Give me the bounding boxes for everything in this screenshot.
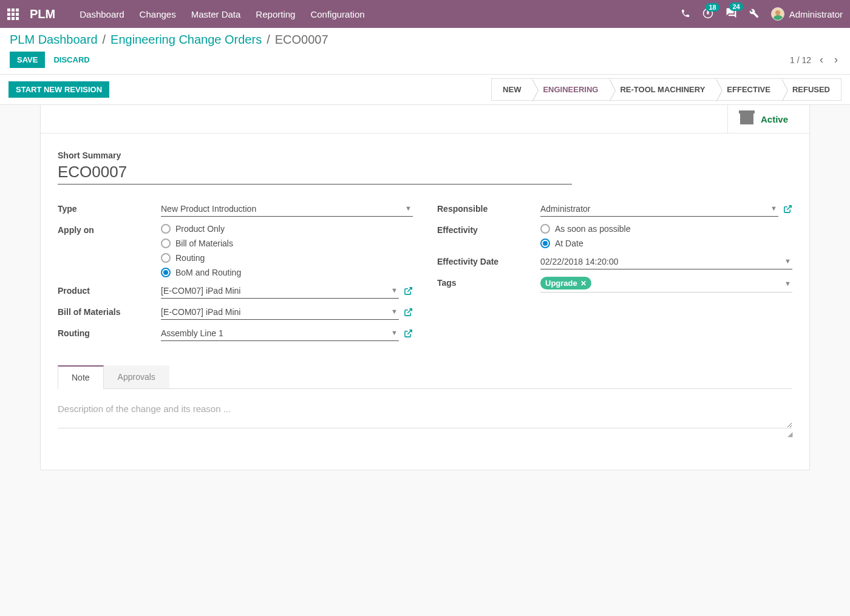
start-revision-button[interactable]: START NEW REVISION bbox=[8, 81, 109, 98]
apps-icon[interactable] bbox=[7, 8, 19, 20]
pager: 1 / 12 ‹ › bbox=[790, 53, 840, 66]
stage-new[interactable]: NEW bbox=[491, 78, 532, 101]
stage-engineering[interactable]: ENGINEERING bbox=[532, 78, 609, 101]
type-input[interactable] bbox=[161, 201, 413, 217]
chat-badge: 24 bbox=[729, 2, 743, 11]
stage-retool[interactable]: RE-TOOL MACHINERY bbox=[609, 78, 716, 101]
stage-refused[interactable]: REFUSED bbox=[781, 78, 841, 101]
stage-effective[interactable]: EFFECTIVE bbox=[716, 78, 781, 101]
chat-icon[interactable]: 24 bbox=[726, 7, 737, 21]
tabs: Note Approvals bbox=[58, 365, 792, 389]
external-link-icon[interactable] bbox=[404, 286, 413, 296]
product-input[interactable] bbox=[161, 283, 399, 299]
effectivity-label: Effectivity bbox=[437, 223, 540, 235]
user-menu[interactable]: Administrator bbox=[771, 7, 843, 21]
breadcrumb-current: ECO0007 bbox=[275, 33, 328, 47]
summary-label: Short Summary bbox=[58, 151, 792, 160]
breadcrumb-parent[interactable]: Engineering Change Orders bbox=[110, 33, 262, 47]
resize-handle-icon[interactable]: ◢ bbox=[58, 430, 792, 438]
statusbar-row: START NEW REVISION NEW ENGINEERING RE-TO… bbox=[0, 75, 850, 105]
external-link-icon[interactable] bbox=[783, 205, 792, 214]
active-label: Active bbox=[761, 114, 788, 124]
routing-input[interactable] bbox=[161, 326, 399, 341]
activity-icon[interactable]: 18 bbox=[702, 8, 713, 21]
nav-master-data[interactable]: Master Data bbox=[191, 9, 241, 19]
routing-label: Routing bbox=[58, 326, 161, 338]
avatar bbox=[771, 7, 784, 21]
radio-product-only[interactable]: Product Only bbox=[161, 224, 413, 234]
apply-on-label: Apply on bbox=[58, 223, 161, 235]
radio-at-date[interactable]: At Date bbox=[540, 239, 792, 248]
caret-icon: ▼ bbox=[784, 280, 791, 287]
statusbar: NEW ENGINEERING RE-TOOL MACHINERY EFFECT… bbox=[491, 78, 841, 101]
phone-icon[interactable] bbox=[681, 8, 690, 20]
nav-items: Dashboard Changes Master Data Reporting … bbox=[80, 9, 364, 19]
nav-changes[interactable]: Changes bbox=[140, 9, 176, 19]
effectivity-date-label: Effectivity Date bbox=[437, 254, 540, 266]
effectivity-date-input[interactable] bbox=[540, 254, 792, 269]
tab-content-note: ◢ bbox=[58, 389, 792, 462]
navbar: PLM Dashboard Changes Master Data Report… bbox=[0, 0, 850, 28]
save-button[interactable]: SAVE bbox=[10, 52, 45, 68]
control-panel: PLM Dashboard / Engineering Change Order… bbox=[0, 28, 850, 75]
breadcrumb-root[interactable]: PLM Dashboard bbox=[10, 33, 98, 47]
tag-remove-icon[interactable]: ✕ bbox=[580, 279, 586, 288]
type-label: Type bbox=[58, 201, 161, 214]
tools-icon[interactable] bbox=[749, 8, 759, 20]
radio-asap[interactable]: As soon as possible bbox=[540, 224, 792, 234]
note-textarea[interactable] bbox=[58, 400, 792, 428]
active-stat-button[interactable]: Active bbox=[727, 105, 809, 133]
nav-dashboard[interactable]: Dashboard bbox=[80, 9, 124, 19]
pager-text[interactable]: 1 / 12 bbox=[790, 55, 811, 65]
bom-label: Bill of Materials bbox=[58, 305, 161, 317]
nav-configuration[interactable]: Configuration bbox=[310, 9, 364, 19]
pager-prev-icon[interactable]: ‹ bbox=[817, 53, 826, 66]
radio-routing[interactable]: Routing bbox=[161, 253, 413, 263]
bom-input[interactable] bbox=[161, 305, 399, 320]
apply-on-group: Product Only Bill of Materials Routing B… bbox=[161, 223, 413, 277]
summary-input[interactable] bbox=[58, 161, 572, 184]
responsible-label: Responsible bbox=[437, 201, 540, 214]
button-box: Active bbox=[41, 105, 809, 134]
effectivity-group: As soon as possible At Date bbox=[540, 223, 792, 248]
pager-next-icon[interactable]: › bbox=[832, 53, 840, 66]
tags-label: Tags bbox=[437, 276, 540, 288]
radio-bom-routing[interactable]: BoM and Routing bbox=[161, 268, 413, 277]
radio-bom[interactable]: Bill of Materials bbox=[161, 239, 413, 248]
tab-note[interactable]: Note bbox=[58, 365, 104, 389]
external-link-icon[interactable] bbox=[404, 329, 413, 338]
responsible-input[interactable] bbox=[540, 201, 778, 217]
tags-input[interactable]: Upgrade✕ ▼ bbox=[540, 276, 792, 293]
nav-reporting[interactable]: Reporting bbox=[256, 9, 295, 19]
discard-button[interactable]: DISCARD bbox=[53, 55, 89, 64]
external-link-icon[interactable] bbox=[404, 308, 413, 317]
archive-icon bbox=[740, 113, 753, 124]
activity-badge: 18 bbox=[706, 3, 719, 12]
app-brand[interactable]: PLM bbox=[30, 7, 55, 21]
tag-upgrade[interactable]: Upgrade✕ bbox=[540, 277, 591, 289]
form-sheet: Active Short Summary Type ▼ App bbox=[40, 105, 810, 470]
username: Administrator bbox=[789, 9, 843, 19]
tab-approvals[interactable]: Approvals bbox=[104, 365, 169, 388]
product-label: Product bbox=[58, 283, 161, 296]
breadcrumb: PLM Dashboard / Engineering Change Order… bbox=[10, 33, 840, 47]
